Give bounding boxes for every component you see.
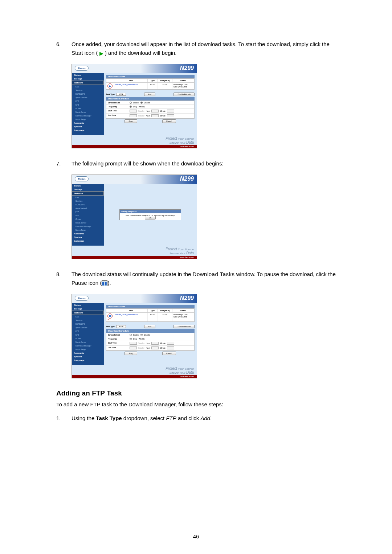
sidebar-cat-accounts[interactable]: Accounts bbox=[72, 232, 104, 235]
disable-radio[interactable] bbox=[140, 334, 143, 336]
sidebar-item-lan[interactable]: LAN bbox=[72, 196, 104, 199]
sidebar-item-services[interactable]: Services bbox=[72, 89, 104, 92]
sidebar-item-itunes[interactable]: iTunes bbox=[72, 107, 104, 110]
end-minute-input[interactable] bbox=[167, 346, 174, 349]
sidebar-item-ddns[interactable]: DDNS/UPS bbox=[72, 322, 104, 326]
sidebar-item-nsync[interactable]: Nsync Target bbox=[72, 348, 104, 351]
daily-radio[interactable] bbox=[130, 106, 132, 108]
sidebar-item-nfs[interactable]: NFS bbox=[72, 214, 104, 217]
sidebar-item-nfs[interactable]: NFS bbox=[72, 103, 104, 107]
sidebar-cat-status[interactable]: Status bbox=[72, 184, 104, 188]
tagline: Protect Your Source Secure Your Data bbox=[166, 367, 194, 374]
sidebar-item-media[interactable]: Media Server bbox=[72, 221, 104, 225]
disable-refresh-button[interactable]: Disable Refresh bbox=[173, 93, 195, 96]
start-task-icon[interactable]: ▶ bbox=[107, 83, 113, 89]
add-button[interactable]: Add bbox=[144, 325, 155, 328]
sidebar-item-nfs[interactable]: NFS bbox=[72, 333, 104, 337]
screenshot-dialog: Thecus N299 Status Storage Network LAN S… bbox=[72, 175, 197, 259]
sidebar-item-itunes[interactable]: iTunes bbox=[72, 337, 104, 340]
page-number: 46 bbox=[0, 533, 392, 539]
sidebar-item-services[interactable]: Services bbox=[72, 319, 104, 322]
download-tasks-table: Task Type Rate(KB/s) Status ▶ Wizard_v1.… bbox=[106, 78, 195, 90]
apply-button[interactable]: Apply bbox=[124, 352, 137, 355]
step-text-a: The download status will continually upd… bbox=[72, 271, 193, 277]
sidebar-item-apple[interactable]: Apple Network bbox=[72, 206, 104, 210]
task-type-select[interactable]: HTTP bbox=[116, 93, 126, 96]
sidebar-item-apple[interactable]: Apple Network bbox=[72, 326, 104, 329]
row-actions[interactable]: ▮▮ ✕ bbox=[106, 313, 114, 321]
task-type-label: Task Type bbox=[106, 325, 115, 328]
sidebar-cat-system[interactable]: System bbox=[72, 125, 104, 128]
daily-radio[interactable] bbox=[130, 338, 132, 340]
sidebar-cat-storage[interactable]: Storage bbox=[72, 77, 104, 81]
end-day-input[interactable] bbox=[130, 114, 137, 117]
app-header: Thecus N299 bbox=[72, 294, 197, 303]
disable-refresh-button[interactable]: Disable Refresh bbox=[173, 325, 195, 328]
sidebar-item-ddns[interactable]: DDNS/UPS bbox=[72, 92, 104, 96]
screenshot-download-tasks-2: Thecus N299 Status Storage Network LAN S… bbox=[72, 294, 197, 378]
start-hour-input[interactable] bbox=[151, 342, 159, 345]
start-hour-input[interactable] bbox=[151, 110, 159, 112]
sidebar-cat-status[interactable]: Status bbox=[72, 73, 104, 77]
apply-button[interactable]: Apply bbox=[124, 119, 137, 123]
start-day-input[interactable] bbox=[130, 342, 137, 345]
task-type-select[interactable]: HTTP bbox=[116, 325, 126, 328]
sidebar-cat-language[interactable]: Language bbox=[72, 239, 104, 243]
add-button[interactable]: Add bbox=[144, 93, 155, 96]
cancel-button[interactable]: Cancel bbox=[162, 119, 176, 123]
step-text: Once added, your download will appear in… bbox=[72, 40, 336, 57]
task-name[interactable]: Wizard_v1.06_Windows.zip bbox=[114, 313, 148, 321]
end-minute-input[interactable] bbox=[167, 114, 174, 117]
sidebar-cat-accounts[interactable]: Accounts bbox=[72, 351, 104, 355]
sidebar-item-dlmgr[interactable]: Download Manager bbox=[72, 344, 104, 348]
frequency-value: Daily Weekly bbox=[128, 105, 194, 108]
sidebar-item-itunes[interactable]: iTunes bbox=[72, 217, 104, 221]
sidebar-item-ddns[interactable]: DDNS/UPS bbox=[72, 203, 104, 206]
sidebar-cat-system[interactable]: System bbox=[72, 355, 104, 358]
sidebar-cat-system[interactable]: System bbox=[72, 235, 104, 239]
start-minute-input[interactable] bbox=[167, 110, 174, 112]
stop-task-icon[interactable]: ✕ bbox=[107, 319, 109, 321]
sidebar-item-ftp[interactable]: FTP bbox=[72, 329, 104, 333]
sidebar-item-services[interactable]: Services bbox=[72, 199, 104, 203]
end-hour-input[interactable] bbox=[151, 114, 159, 117]
start-time-label: Start Time bbox=[106, 341, 128, 345]
ok-button[interactable]: OK bbox=[145, 216, 155, 219]
sidebar-cat-status[interactable]: Status bbox=[72, 303, 104, 307]
sidebar-item-apple[interactable]: Apple Network bbox=[72, 96, 104, 99]
sidebar-cat-storage[interactable]: Storage bbox=[72, 307, 104, 311]
sidebar-cat-network[interactable]: Network bbox=[72, 191, 104, 196]
start-time-value: Sunday Hour Minute bbox=[128, 109, 194, 113]
sidebar-cat-language[interactable]: Language bbox=[72, 128, 104, 132]
sidebar-item-dlmgr[interactable]: Download Manager bbox=[72, 225, 104, 228]
sidebar-cat-network[interactable]: Network bbox=[72, 311, 104, 315]
sidebar-cat-network[interactable]: Network bbox=[72, 81, 104, 85]
step-text: Using the Task Type dropdown, select FTP… bbox=[72, 414, 336, 423]
task-name[interactable]: Wizard_v1.06_Windows.zip bbox=[114, 83, 148, 89]
step-text-b: ) and the download will begin. bbox=[105, 50, 177, 56]
sidebar-item-nsync[interactable]: Nsync Target bbox=[72, 118, 104, 121]
sidebar-item-dlmgr[interactable]: Download Manager bbox=[72, 114, 104, 118]
start-day-input[interactable] bbox=[130, 110, 137, 112]
sidebar-cat-storage[interactable]: Storage bbox=[72, 188, 104, 191]
sidebar-item-lan[interactable]: LAN bbox=[72, 315, 104, 319]
end-day-input[interactable] bbox=[130, 346, 137, 349]
pause-task-icon[interactable]: ▮▮ bbox=[107, 313, 113, 319]
enable-radio[interactable] bbox=[130, 334, 132, 336]
disable-radio[interactable] bbox=[140, 102, 143, 104]
enable-radio[interactable] bbox=[130, 102, 132, 104]
sidebar-cat-language[interactable]: Language bbox=[72, 358, 104, 362]
task-add-row: Task Type HTTP Add Disable Refresh bbox=[106, 93, 195, 96]
start-minute-input[interactable] bbox=[167, 342, 174, 345]
col-type: Type bbox=[148, 309, 158, 312]
sidebar-item-nsync[interactable]: Nsync Target bbox=[72, 228, 104, 232]
sidebar-item-ftp[interactable]: FTP bbox=[72, 99, 104, 103]
sidebar-item-lan[interactable]: LAN bbox=[72, 85, 104, 89]
sidebar-item-media[interactable]: Media Server bbox=[72, 340, 104, 344]
sidebar-item-media[interactable]: Media Server bbox=[72, 110, 104, 114]
sidebar-item-ftp[interactable]: FTP bbox=[72, 210, 104, 214]
cancel-button[interactable]: Cancel bbox=[162, 352, 176, 355]
sidebar-cat-accounts[interactable]: Accounts bbox=[72, 121, 104, 125]
row-actions[interactable]: ▶ bbox=[106, 83, 114, 89]
end-hour-input[interactable] bbox=[151, 346, 159, 349]
